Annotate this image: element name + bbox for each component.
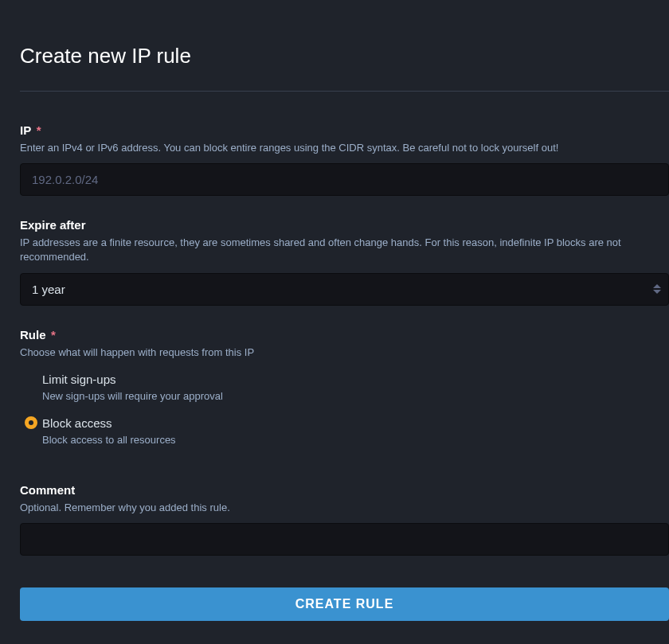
ip-input[interactable] <box>20 163 669 196</box>
create-rule-button[interactable]: CREATE RULE <box>20 587 669 621</box>
rule-field-group: Rule * Choose what will happen with requ… <box>20 328 669 456</box>
rule-option-block-access[interactable]: Block access Block access to all resourc… <box>20 412 669 455</box>
comment-field-group: Comment Optional. Remember why you added… <box>20 483 669 556</box>
ip-label: IP <box>20 123 31 137</box>
header-divider <box>20 91 669 92</box>
comment-input[interactable] <box>20 523 669 556</box>
comment-hint: Optional. Remember why you added this ru… <box>20 501 669 515</box>
radio-icon-selected <box>25 416 37 429</box>
rule-label: Rule <box>20 328 46 342</box>
expire-hint: IP addresses are a finite resource, they… <box>20 236 669 264</box>
ip-required-mark: * <box>37 123 41 137</box>
ip-field-group: IP * Enter an IPv4 or IPv6 address. You … <box>20 123 669 196</box>
rule-option-label: Limit sign-ups <box>42 373 669 386</box>
rule-required-mark: * <box>51 328 56 342</box>
rule-radio-group: Limit sign-ups New sign-ups will require… <box>20 368 669 455</box>
ip-hint: Enter an IPv4 or IPv6 address. You can b… <box>20 141 669 155</box>
page-title: Create new IP rule <box>20 44 669 68</box>
expire-select[interactable]: 1 year <box>20 273 669 306</box>
rule-option-hint: Block access to all resources <box>42 433 669 447</box>
rule-option-label: Block access <box>42 416 669 430</box>
rule-option-hint: New sign-ups will require your approval <box>42 389 669 404</box>
rule-option-limit-signups[interactable]: Limit sign-ups New sign-ups will require… <box>20 368 669 412</box>
expire-field-group: Expire after IP addresses are a finite r… <box>20 218 669 305</box>
comment-label: Comment <box>20 483 75 497</box>
rule-hint: Choose what will happen with requests fr… <box>20 345 669 360</box>
expire-label: Expire after <box>20 218 86 232</box>
radio-icon <box>25 373 37 385</box>
